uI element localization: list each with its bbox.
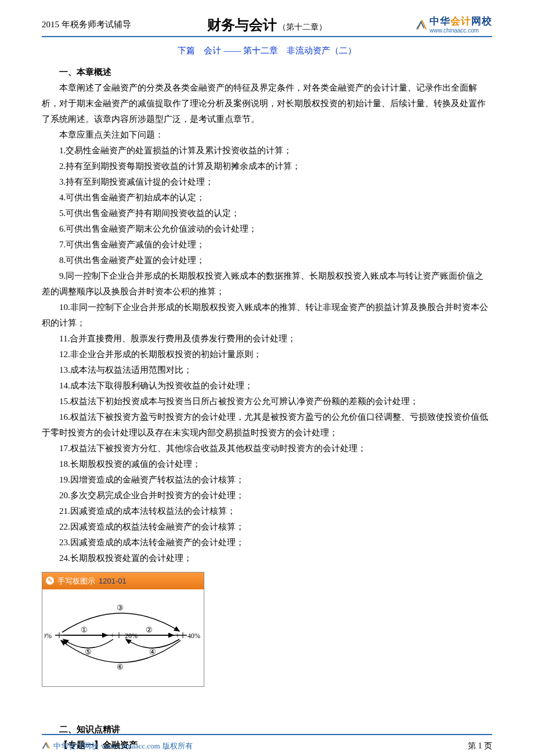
footer-logo-icon: [42, 741, 51, 750]
page-footer: 中华会计网校 www.chinaacc.com 版权所有 第 1 页: [42, 734, 492, 753]
svg-text:+: +: [110, 632, 114, 640]
diagram-node-right-val: 40%: [187, 632, 200, 640]
diagram-body: 10% ① ② ③ ④ ⑤ ⑥: [42, 589, 204, 686]
document-page: 2015 年税务师考试辅导 财务与会计 （第十二章） 中华会计网校 www.ch…: [0, 0, 534, 756]
list-item: 10.非同一控制下企业合并形成的长期股权投资入账成本的推算、转让非现金资产的损益…: [42, 300, 492, 331]
arc-2-label: ②: [146, 625, 153, 634]
logo-cn-accent: 会计: [450, 16, 471, 27]
list-item: 23.因减资造成的成本法转金融资产的会计处理；: [42, 535, 492, 550]
list-item: 24.长期股权投资处置的会计处理；: [42, 550, 492, 566]
list-item: 3.持有至到期投资减值计提的会计处理；: [42, 174, 492, 190]
brand-logo: 中华会计网校 www.chinaacc.com: [416, 16, 492, 34]
list-item: 4.可供出售金融资产初始成本的认定；: [42, 190, 492, 206]
list-item: 7.可供出售金融资产减值的会计处理；: [42, 237, 492, 253]
list-item: 1.交易性金融资产的处置损益的计算及累计投资收益的计算；: [42, 143, 492, 159]
diagram-code: 1201-01: [99, 574, 127, 588]
arc-1-label: ①: [81, 625, 88, 634]
logo-cn-suffix: 网校: [471, 16, 492, 27]
list-item: 22.因减资造成的权益法转金融资产的会计核算；: [42, 519, 492, 535]
list-item: 18.长期股权投资的减值的会计处理；: [42, 456, 492, 472]
section1-overview: 本章阐述了金融资产的分类及各类金融资产的特征及界定条件，对各类金融资产的会计计量…: [42, 80, 492, 127]
list-item: 17.权益法下被投资方分红、其他综合收益及其他权益变动时投资方的会计处理；: [42, 441, 492, 456]
logo-text: 中华会计网校 www.chinaacc.com: [430, 16, 492, 34]
list-item: 5.可供出售金融资产持有期间投资收益的认定；: [42, 206, 492, 221]
diagram-header: ✎ 手写板图示 1201-01: [42, 573, 204, 589]
list-item: 15.权益法下初始投资成本与投资当日所占被投资方公允可辨认净资产份额的差额的会计…: [42, 394, 492, 409]
list-item: 21.因减资造成的成本法转权益法的会计核算；: [42, 503, 492, 519]
header-title-main: 财务与会计: [207, 12, 277, 37]
header-left-text: 2015 年税务师考试辅导: [42, 17, 131, 33]
list-item: 19.因增资造成的金融资产转权益法的会计核算；: [42, 472, 492, 488]
logo-cn: 中华会计网校: [430, 16, 492, 27]
page-header: 2015 年税务师考试辅导 财务与会计 （第十二章） 中华会计网校 www.ch…: [42, 16, 492, 34]
footer-url: www.chinaacc.com: [101, 739, 160, 753]
diagram-node-left: 10%: [45, 632, 52, 640]
list-item: 9.同一控制下企业合并形成的长期股权投资入账成本的数据推算、长期股权投资入账成本…: [42, 268, 492, 300]
diagram-title: 手写板图示: [57, 574, 95, 588]
footer-row: 中华会计网校 www.chinaacc.com 版权所有 第 1 页: [42, 739, 492, 753]
list-item: 12.非企业合并形成的长期股权投资的初始计量原则；: [42, 347, 492, 362]
header-center: 财务与会计 （第十二章）: [207, 12, 327, 37]
list-item: 16.权益法下被投资方盈亏时投资方的会计处理，尤其是被投资方盈亏的公允价值口径调…: [42, 409, 492, 441]
logo-url: www.chinaacc.com: [430, 27, 492, 34]
section1-heading: 一、本章概述: [42, 64, 492, 80]
list-item: 20.多次交易完成企业合并时投资方的会计处理；: [42, 488, 492, 503]
logo-mark-icon: [416, 19, 428, 31]
diagram-node-mid-val: 20%: [125, 632, 138, 640]
arc-3-label: ③: [117, 603, 124, 612]
page-number: 第 1 页: [468, 739, 492, 753]
section-1: 一、本章概述 本章阐述了金融资产的分类及各类金融资产的特征及界定条件，对各类金融…: [42, 64, 492, 566]
transition-diagram-icon: 10% ① ② ③ ④ ⑤ ⑥: [45, 592, 201, 679]
list-item: 2.持有至到期投资每期投资收益的计算及期初摊余成本的计算；: [42, 159, 492, 174]
footer-left: 中华会计网校 www.chinaacc.com 版权所有: [42, 739, 193, 753]
footer-brand: 中华会计网校: [53, 739, 99, 753]
list-item: 6.可供出售金融资产期末公允价值波动的会计处理；: [42, 221, 492, 237]
chapter-title: 下篇 会计 —— 第十二章 非流动资产（二）: [42, 43, 492, 59]
logo-cn-prefix: 中华: [430, 16, 450, 27]
header-title-sub: （第十二章）: [278, 20, 327, 34]
list-item: 14.成本法下取得股利确认为投资收益的会计处理；: [42, 378, 492, 394]
section1-focus-intro: 本章应重点关注如下问题：: [42, 127, 492, 143]
footer-copyright: 版权所有: [163, 739, 193, 753]
list-item: 8.可供出售金融资产处置的会计处理；: [42, 253, 492, 268]
list-item: 11.合并直接费用、股票发行费用及债券发行费用的会计处理；: [42, 331, 492, 347]
footer-divider: [42, 734, 492, 735]
handwriting-diagram-box: ✎ 手写板图示 1201-01 10%: [42, 572, 204, 687]
svg-text:+: +: [175, 632, 179, 640]
list-item: 13.成本法与权益法适用范围对比；: [42, 362, 492, 378]
arc-6-label: ⑥: [117, 663, 124, 671]
pencil-icon: ✎: [46, 577, 54, 585]
